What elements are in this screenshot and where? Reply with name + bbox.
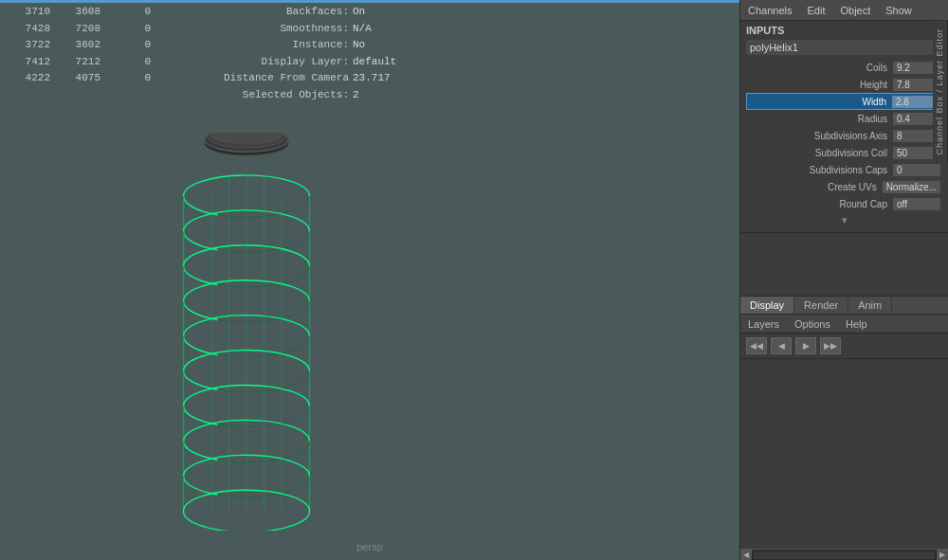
layer-move-prev-button[interactable]: ◀ — [771, 337, 792, 354]
distance-value: 23.717 — [353, 70, 391, 87]
smoothness-label: Smoothness: — [197, 21, 349, 38]
helix-coils: .coil-back { stroke: #006644; stroke-wid… — [152, 163, 341, 531]
perspective-label: persp — [356, 541, 383, 552]
bottom-scrollbar[interactable]: ◀ ▶ — [740, 549, 948, 560]
attr-width[interactable]: Width 2.8 — [746, 93, 942, 110]
scroll-right-arrow[interactable]: ▶ — [937, 550, 948, 561]
attr-create-uvs[interactable]: Create UVs Normalize... — [746, 178, 942, 195]
bottom-tabs-area: Display Render Anim Layers Options Help … — [740, 296, 948, 560]
info-row: Instance: No — [197, 37, 732, 54]
tab-bar: Display Render Anim — [740, 296, 948, 315]
attr-label-subdiv-axis: Subdivisions Axis — [748, 131, 893, 141]
scroll-left-arrow[interactable]: ◀ — [740, 550, 752, 561]
backfaces-label: Backfaces: — [197, 4, 349, 21]
attr-radius[interactable]: Radius 0.4 — [746, 110, 942, 127]
attr-label-coils: Coils — [748, 63, 893, 73]
scrollbar-track[interactable] — [754, 551, 935, 559]
object-menu-item[interactable]: Object — [832, 0, 878, 20]
info-row: Selected Objects: 2 — [197, 87, 732, 104]
backfaces-value: On — [353, 4, 365, 21]
info-row: Distance From Camera 23.717 — [197, 70, 732, 87]
channel-editor-side-label: Channel Box / Layer Editor — [933, 21, 948, 163]
stats-table: 371036080 742872080 372236020 741272120 … — [0, 0, 158, 91]
attr-value-create-uvs: Normalize... — [883, 181, 940, 193]
selected-label: Selected Objects: — [197, 87, 349, 104]
stat-row: 741272120 — [8, 54, 151, 71]
attr-label-subdiv-caps: Subdivisions Caps — [748, 165, 893, 175]
inputs-section: INPUTS polyHelix1 Coils 9.2 Height 7.8 W… — [740, 21, 948, 233]
stat-row: 742872080 — [8, 21, 151, 38]
icon-buttons-row: ◀◀ ◀ ▶ ▶▶ — [740, 334, 948, 359]
attr-subdivisions-coil[interactable]: Subdivisions Coil 50 — [746, 144, 942, 161]
attr-value-round-cap: off — [893, 198, 940, 210]
attr-label-round-cap: Round Cap — [748, 199, 893, 209]
helix-cap — [199, 133, 294, 163]
attr-label-width: Width — [749, 97, 892, 107]
stat-row: 371036080 — [8, 4, 151, 21]
edit-menu-item[interactable]: Edit — [799, 0, 832, 20]
instance-label: Instance: — [197, 37, 349, 54]
tab-display[interactable]: Display — [740, 297, 794, 314]
attr-coils[interactable]: Coils 9.2 — [746, 59, 942, 76]
attr-round-cap[interactable]: Round Cap off — [746, 195, 942, 212]
info-row: Backfaces: On — [197, 4, 732, 21]
center-info: Backfaces: On Smoothness: N/A Instance: … — [190, 0, 739, 108]
attr-label-radius: Radius — [748, 114, 893, 124]
secondary-menu-bar: Layers Options Help — [740, 315, 948, 334]
object-name[interactable]: polyHelix1 — [746, 40, 942, 55]
distance-label: Distance From Camera — [197, 70, 349, 87]
attr-subdivisions-caps[interactable]: Subdivisions Caps 0 — [746, 161, 942, 178]
attr-subdivisions-axis[interactable]: Subdivisions Axis 8 — [746, 127, 942, 144]
info-row: Display Layer: default — [197, 54, 732, 71]
layers-menu-item[interactable]: Layers — [740, 316, 787, 332]
instance-value: No — [353, 37, 365, 54]
tab-anim[interactable]: Anim — [848, 297, 892, 314]
display-layer-value: default — [353, 54, 396, 71]
tab-render[interactable]: Render — [794, 297, 848, 314]
layer-move-next-button[interactable]: ▶ — [795, 337, 816, 354]
right-panel: Channels Edit Object Show Channel Box / … — [739, 0, 948, 560]
options-menu-item[interactable]: Options — [787, 316, 838, 332]
scroll-down-indicator: ▾ — [746, 212, 942, 228]
attr-label-height: Height — [748, 80, 893, 90]
attr-value-subdiv-caps: 0 — [893, 164, 940, 176]
show-menu-item[interactable]: Show — [878, 0, 920, 20]
attr-height[interactable]: Height 7.8 — [746, 76, 942, 93]
attr-label-create-uvs: Create UVs — [748, 182, 883, 192]
layer-move-forward-button[interactable]: ▶▶ — [820, 337, 841, 354]
smoothness-value: N/A — [353, 21, 372, 38]
info-row: Smoothness: N/A — [197, 21, 732, 38]
stat-row: 372236020 — [8, 37, 151, 54]
helix-object: .coil-back { stroke: #006644; stroke-wid… — [152, 133, 341, 531]
stat-row: 422240750 — [8, 70, 151, 87]
main-layout: 371036080 742872080 372236020 741272120 … — [0, 0, 948, 560]
inputs-title: INPUTS — [746, 25, 942, 36]
layer-move-back-button[interactable]: ◀◀ — [746, 337, 767, 354]
help-menu-item[interactable]: Help — [838, 316, 875, 332]
channels-menu-item[interactable]: Channels — [740, 0, 799, 20]
channels-menu-bar: Channels Edit Object Show — [740, 0, 948, 21]
display-layer-label: Display Layer: — [197, 54, 349, 71]
viewport[interactable]: 371036080 742872080 372236020 741272120 … — [0, 0, 739, 560]
layer-editor-area — [740, 359, 948, 549]
selected-value: 2 — [353, 87, 359, 104]
attr-label-subdiv-coil: Subdivisions Coil — [748, 148, 893, 158]
